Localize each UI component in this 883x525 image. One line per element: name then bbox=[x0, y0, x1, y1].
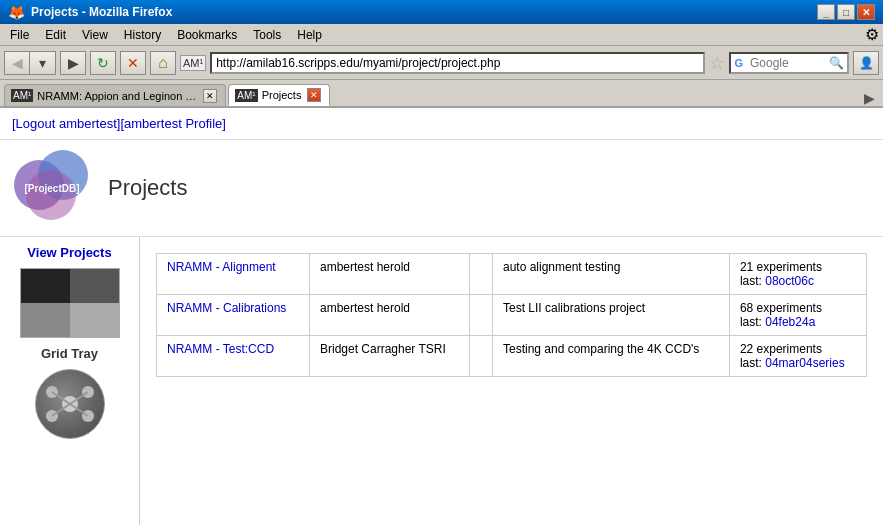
last-label-1: last: bbox=[740, 315, 762, 329]
molecule-icon bbox=[40, 374, 100, 434]
minimize-button[interactable]: _ bbox=[817, 4, 835, 20]
tabs-scroll-right[interactable]: ▶ bbox=[860, 90, 879, 106]
toolbar: ◀ ▾ ▶ ↻ ✕ ⌂ AM¹ ☆ G 🔍 👤 bbox=[0, 46, 883, 80]
nav-buttons[interactable]: ◀ ▾ bbox=[4, 51, 56, 75]
description-1: Test LII calibrations project bbox=[503, 301, 645, 315]
bookmark-star-icon[interactable]: ☆ bbox=[709, 52, 725, 74]
users-2: Bridget Carragher bbox=[320, 342, 415, 356]
sidebar-img-cell-1 bbox=[21, 269, 70, 303]
users-0: ambertest herold bbox=[320, 260, 410, 274]
logout-link[interactable]: [Logout ambertest][ambertest Profile] bbox=[12, 116, 226, 131]
tab2-close-button[interactable]: ✕ bbox=[307, 88, 321, 102]
search-go-button[interactable]: 🔍 bbox=[826, 56, 847, 70]
menu-view[interactable]: View bbox=[76, 26, 114, 44]
page-title-row: [ProjectDB] Projects bbox=[0, 140, 883, 237]
page-title: Projects bbox=[108, 175, 187, 201]
window-title: Projects - Mozilla Firefox bbox=[31, 5, 172, 19]
sidebar: View Projects Grid Tray bbox=[0, 237, 140, 525]
table-row: NRAMM - Calibrations ambertest herold Te… bbox=[157, 295, 867, 336]
forward-button[interactable]: ▶ bbox=[60, 51, 86, 75]
tab-projects[interactable]: AM¹ Projects ✕ bbox=[228, 84, 330, 106]
last-link-2[interactable]: 04mar04series bbox=[765, 356, 844, 370]
main-table-area: NRAMM - Alignment ambertest herold auto … bbox=[140, 237, 883, 525]
menu-file[interactable]: File bbox=[4, 26, 35, 44]
window-titlebar: 🦊 Projects - Mozilla Firefox _ □ ✕ bbox=[0, 0, 883, 24]
profile-button[interactable]: 👤 bbox=[853, 51, 879, 75]
maximize-button[interactable]: □ bbox=[837, 4, 855, 20]
page-content: [Logout ambertest][ambertest Profile] [P… bbox=[0, 108, 883, 525]
grid-tray-label: Grid Tray bbox=[41, 346, 98, 361]
experiments-1: 68 experiments bbox=[740, 301, 822, 315]
experiments-2: 22 experiments bbox=[740, 342, 822, 356]
tab1-label: NRAMM: Appion and Leginon Tools bbox=[37, 90, 197, 102]
project-link-0[interactable]: NRAMM - Alignment bbox=[167, 260, 276, 274]
back-button[interactable]: ◀ bbox=[4, 51, 30, 75]
content-area: View Projects Grid Tray bbox=[0, 237, 883, 525]
tab2-label: Projects bbox=[262, 89, 302, 101]
sidebar-img-cell-4 bbox=[70, 303, 119, 337]
window-controls[interactable]: _ □ ✕ bbox=[817, 4, 875, 20]
projectdb-logo-graphic: [ProjectDB] bbox=[14, 150, 90, 226]
sidebar-img-cell-2 bbox=[70, 269, 119, 303]
menu-history[interactable]: History bbox=[118, 26, 167, 44]
titlebar-left: 🦊 Projects - Mozilla Firefox bbox=[8, 4, 172, 20]
experiments-0: 21 experiments bbox=[740, 260, 822, 274]
tab-nramm[interactable]: AM¹ NRAMM: Appion and Leginon Tools ✕ bbox=[4, 84, 226, 106]
search-container: G 🔍 bbox=[729, 52, 849, 74]
facility-inline-2: TSRI bbox=[419, 342, 446, 356]
sidebar-grid-image bbox=[20, 268, 120, 338]
menu-bookmarks[interactable]: Bookmarks bbox=[171, 26, 243, 44]
tabs-bar: AM¹ NRAMM: Appion and Leginon Tools ✕ AM… bbox=[0, 80, 883, 108]
table-row: NRAMM - Test:CCD Bridget Carragher TSRI … bbox=[157, 336, 867, 377]
gear-icon: ⚙ bbox=[865, 25, 879, 44]
sidebar-round-image bbox=[35, 369, 105, 439]
back-dropdown[interactable]: ▾ bbox=[30, 51, 56, 75]
view-projects-link[interactable]: View Projects bbox=[27, 245, 111, 260]
last-link-0[interactable]: 08oct06c bbox=[765, 274, 814, 288]
project-link-1[interactable]: NRAMM - Calibrations bbox=[167, 301, 286, 315]
reload-button[interactable]: ↻ bbox=[90, 51, 116, 75]
project-link-2[interactable]: NRAMM - Test:CCD bbox=[167, 342, 274, 356]
firefox-icon: 🦊 bbox=[8, 4, 25, 20]
last-label-2: last: bbox=[740, 356, 762, 370]
description-2: Testing and comparing the 4K CCD's bbox=[503, 342, 699, 356]
address-favicon: AM¹ bbox=[180, 55, 206, 71]
page-header: [Logout ambertest][ambertest Profile] bbox=[0, 108, 883, 140]
projectdb-logo: [ProjectDB] bbox=[12, 148, 92, 228]
users-1: ambertest herold bbox=[320, 301, 410, 315]
google-logo: G bbox=[731, 57, 746, 69]
address-input[interactable] bbox=[210, 52, 705, 74]
logo-circle3 bbox=[26, 170, 76, 220]
tab2-favicon: AM¹ bbox=[235, 89, 257, 102]
projectdb-label: [ProjectDB] bbox=[24, 183, 79, 194]
address-bar-container: AM¹ ☆ bbox=[180, 52, 725, 74]
menu-edit[interactable]: Edit bbox=[39, 26, 72, 44]
last-label-0: last: bbox=[740, 274, 762, 288]
menu-help[interactable]: Help bbox=[291, 26, 328, 44]
home-button[interactable]: ⌂ bbox=[150, 51, 176, 75]
last-link-1[interactable]: 04feb24a bbox=[765, 315, 815, 329]
tab1-favicon: AM¹ bbox=[11, 89, 33, 102]
description-0: auto alignment testing bbox=[503, 260, 620, 274]
search-input[interactable] bbox=[746, 56, 826, 70]
tab1-close-button[interactable]: ✕ bbox=[203, 89, 217, 103]
menu-tools[interactable]: Tools bbox=[247, 26, 287, 44]
table-row: NRAMM - Alignment ambertest herold auto … bbox=[157, 254, 867, 295]
close-button[interactable]: ✕ bbox=[857, 4, 875, 20]
sidebar-img-cell-3 bbox=[21, 303, 70, 337]
stop-button[interactable]: ✕ bbox=[120, 51, 146, 75]
menubar: File Edit View History Bookmarks Tools H… bbox=[0, 24, 883, 46]
projects-table: NRAMM - Alignment ambertest herold auto … bbox=[156, 253, 867, 377]
